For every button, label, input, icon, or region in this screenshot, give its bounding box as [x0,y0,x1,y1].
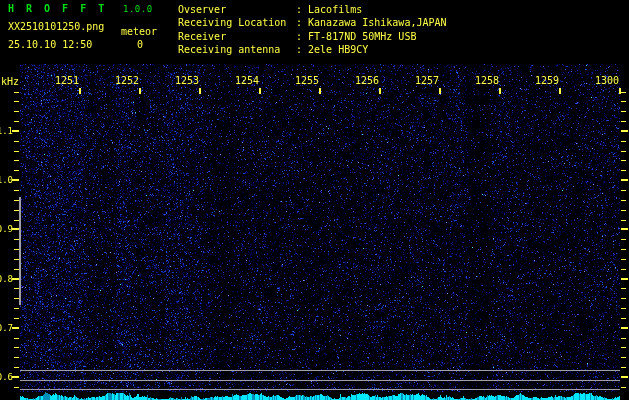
time-tick-label: 1300 [595,75,619,86]
freq-tick-label: 0.7 [0,323,13,333]
freq-tick-label: 0.8 [0,274,13,284]
freq-tick-label: 1.1 [0,126,13,136]
freq-tick-label: 0.9 [0,224,13,234]
time-tick-label: 1251 [55,75,79,86]
time-tick-label: 1254 [235,75,259,86]
time-tick-label: 1255 [295,75,319,86]
hrofft-window: H R O F F T 1.0.0 XX2510101250.png meteo… [0,0,629,400]
time-tick-label: 1252 [115,75,139,86]
freq-tick-label: 1.0 [0,175,13,185]
freq-axis-unit-label: kHz [1,76,19,87]
time-tick-label: 1253 [175,75,199,86]
time-tick-label: 1258 [475,75,499,86]
time-tick-label: 1256 [355,75,379,86]
time-tick-label: 1259 [535,75,559,86]
time-tick-label: 1257 [415,75,439,86]
axis-labels-layer: kHz 125112521253125412551256125712581259… [0,0,629,400]
freq-tick-label: 0.6 [0,372,13,382]
